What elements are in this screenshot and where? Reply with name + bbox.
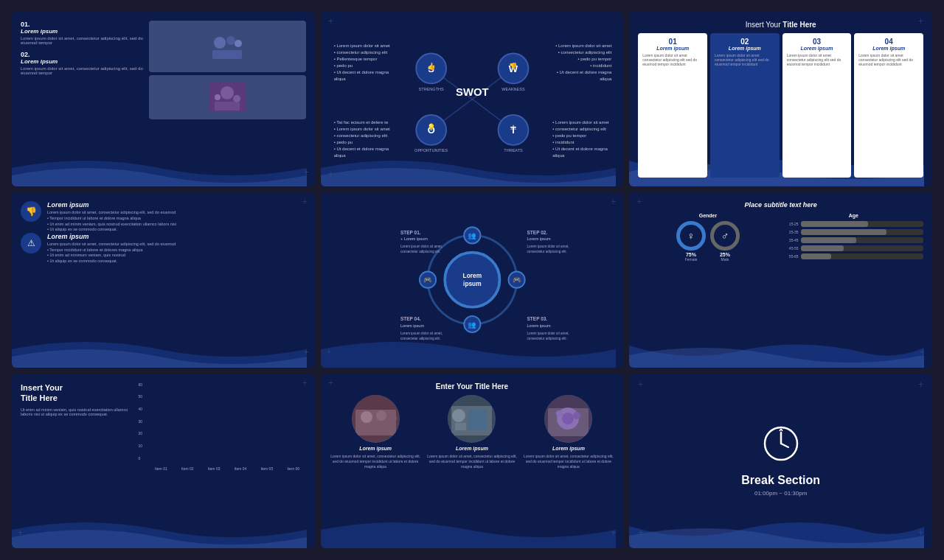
- svg-line-80: [781, 429, 782, 431]
- chart-title-line1: Insert Your: [21, 383, 63, 392]
- slide3-card-2: 02 Lorem ipsum Lorem ipsum dolor sit ame…: [710, 33, 780, 178]
- male-donut: ♂: [710, 221, 740, 251]
- deco-plus-9: +: [611, 197, 616, 207]
- photo-label-1: Lorem ipsum: [359, 446, 392, 451]
- photo-label-3: Lorem ipsum: [552, 446, 585, 451]
- svg-text:👍: 👍: [426, 62, 435, 71]
- female-donut: ♀: [676, 221, 706, 251]
- deco-plus-17: +: [638, 379, 643, 390]
- svg-rect-68: [455, 423, 466, 430]
- svg-point-63: [376, 410, 386, 421]
- card3-num: 03: [813, 38, 821, 46]
- slide1-title1: Lorem ipsum: [21, 28, 143, 35]
- svg-text:Lorem: Lorem: [462, 272, 481, 279]
- bullet-item-2: ⚠ Lorem ipsum Lorem ipsum dolor sit amet…: [21, 233, 306, 265]
- photo-circle-2: [448, 395, 496, 443]
- age-section: Age 15-25 25-35 35-45 45-55: [784, 213, 923, 358]
- card2-num: 02: [740, 38, 749, 46]
- deco-plus-3: +: [328, 16, 333, 27]
- card1-num: 01: [669, 38, 677, 46]
- slide-7: Insert Your Title Here Ut enim ad minim …: [12, 374, 315, 548]
- svg-text:OPPORTUNITIES: OPPORTUNITIES: [414, 148, 448, 153]
- svg-point-74: [556, 410, 562, 416]
- gender-section: Gender ♀ 75% Female ♂: [638, 213, 777, 358]
- bullet-icon-1: 👎: [21, 201, 41, 222]
- bar-2: Item 02: [175, 464, 200, 471]
- slide-8: Enter Your Title Here Lorem ipsum: [321, 374, 624, 548]
- male-label: Male: [721, 257, 729, 262]
- svg-text:🎮: 🎮: [512, 276, 521, 285]
- svg-point-75: [573, 412, 580, 419]
- slide1-image1: [149, 21, 306, 72]
- bullet-desc-1: Lorem ipsum dolor sit amet, consectetur …: [47, 210, 306, 233]
- svg-text:SWOT: SWOT: [456, 86, 488, 98]
- svg-text:consectetur adipiscing elit.: consectetur adipiscing elit.: [527, 251, 566, 254]
- slide-3: Insert Your Title Here 01 Lorem ipsum Lo…: [629, 12, 932, 186]
- photo-circle-1: [352, 395, 400, 443]
- card3-title: Lorem ipsum: [801, 46, 833, 51]
- photo-desc-3: Lorem ipsum dolor sit amet, consectetur …: [522, 454, 614, 469]
- photo-desc-2: Lorem ipsum dolor sit amet, consectetur …: [426, 454, 518, 469]
- card1-text: Lorem ipsum dolor sit amet consectetur a…: [642, 53, 703, 66]
- bar-name-3: Item 03: [208, 466, 221, 471]
- svg-text:Lorem ipsum: Lorem ipsum: [527, 323, 550, 328]
- bullet-item-1: 👎 Lorem ipsum Lorem ipsum dolor sit amet…: [21, 201, 306, 233]
- slide6-title-normal: Place: [745, 201, 764, 209]
- svg-text:Lorem ipsum dolor sit amet,: Lorem ipsum dolor sit amet,: [527, 245, 569, 248]
- svg-text:ipsum: ipsum: [463, 280, 482, 287]
- photo-desc-1: Lorem ipsum dolor sit amet, consectetur …: [330, 454, 422, 469]
- svg-text:consectetur adipiscing elit.: consectetur adipiscing elit.: [400, 251, 440, 254]
- svg-text:Lorem ipsum dolor sit amet,: Lorem ipsum dolor sit amet,: [400, 332, 442, 335]
- bar-4: Item 04: [228, 464, 253, 471]
- svg-text:WEAKNESS: WEAKNESS: [502, 87, 525, 91]
- slide6-title-bold: subtitle: [764, 201, 788, 209]
- age-label-2: 25-35: [784, 230, 799, 234]
- svg-text:Lorem ipsum: Lorem ipsum: [400, 323, 424, 328]
- svg-text:STRENGTHS: STRENGTHS: [418, 87, 444, 91]
- slide-grid: 01. Lorem ipsum Lorem ipsum dolor sit am…: [0, 0, 944, 560]
- svg-text:+ Lorem ipsum: + Lorem ipsum: [400, 237, 428, 241]
- slide6-title-end: text here: [788, 201, 817, 209]
- bar-1: Item 01: [148, 464, 173, 471]
- bar-name-5: Item 05: [260, 466, 273, 471]
- photo-item-1: Lorem ipsum Lorem ipsum dolor sit amet, …: [330, 395, 422, 539]
- bar-chart-area: 0 10 20 30 40 50 60 Item 01 Item 0: [138, 382, 305, 539]
- age-label-4: 45-55: [784, 246, 799, 251]
- slide-6: Place subtitle text here Gender ♀ 75% Fe…: [629, 192, 932, 367]
- process-container: Lorem ipsum 👥 🎮 👥 🎮 STEP 01. + Lorem ips…: [330, 201, 615, 358]
- card1-title: Lorem ipsum: [656, 46, 689, 51]
- svg-text:⚠: ⚠: [510, 124, 516, 131]
- deco-plus-14: +: [18, 528, 23, 538]
- svg-text:Lorem ipsum dolor sit amet,: Lorem ipsum dolor sit amet,: [400, 245, 442, 248]
- male-pct: 25%: [720, 252, 730, 257]
- svg-text:👥: 👥: [468, 321, 476, 329]
- gender-male: ♂ 25% Male: [710, 221, 740, 262]
- card2-text: Lorem ipsum dolor sit amet consectetur a…: [715, 53, 775, 66]
- slide3-card-3: 03 Lorem ipsum Lorem ipsum dolor sit ame…: [782, 33, 852, 178]
- svg-text:Lorem ipsum dolor sit amet,: Lorem ipsum dolor sit amet,: [527, 332, 569, 335]
- slide3-title-bold: Title Here: [782, 21, 816, 29]
- age-bar-1: 15-25: [784, 221, 923, 227]
- svg-text:STEP 01.: STEP 01.: [400, 230, 421, 235]
- break-icon: [763, 425, 799, 468]
- photo-item-2: Lorem ipsum Lorem ipsum dolor sit amet, …: [426, 395, 518, 539]
- svg-text:STEP 03.: STEP 03.: [527, 317, 547, 322]
- chart-title-block: Insert Your Title Here Ut enim ad minim …: [21, 382, 132, 417]
- slide-5: Lorem ipsum 👥 🎮 👥 🎮 STEP 01. + Lorem ips…: [321, 192, 624, 367]
- swot-container: • Lorem ipsum dolor sit amet• consectetu…: [330, 21, 615, 178]
- svg-line-78: [781, 444, 788, 447]
- svg-text:STEP 04.: STEP 04.: [400, 317, 421, 322]
- svg-rect-69: [468, 410, 487, 430]
- slide1-title2: Lorem ipsum: [21, 58, 143, 65]
- slide1-num2: 02.: [21, 51, 143, 58]
- chart-title-line2: Title Here: [21, 393, 58, 402]
- slide3-card-1: 01 Lorem ipsum Lorem ipsum dolor sit ame…: [638, 33, 707, 178]
- break-content: Break Section 01:00pm ~ 01:30pm: [741, 425, 820, 497]
- age-label-5: 55-65: [784, 254, 799, 259]
- photo-item-3: Lorem ipsum Lorem ipsum dolor sit amet, …: [522, 395, 614, 539]
- card4-text: Lorem ipsum dolor sit amet consectetur a…: [858, 53, 919, 66]
- slide1-text2: Lorem ipsum dolor sit amet, consectetur …: [21, 66, 143, 75]
- bar-name-2: Item 02: [181, 466, 194, 471]
- age-label-3: 35-45: [784, 238, 799, 242]
- slide-4: 👎 Lorem ipsum Lorem ipsum dolor sit amet…: [12, 192, 315, 367]
